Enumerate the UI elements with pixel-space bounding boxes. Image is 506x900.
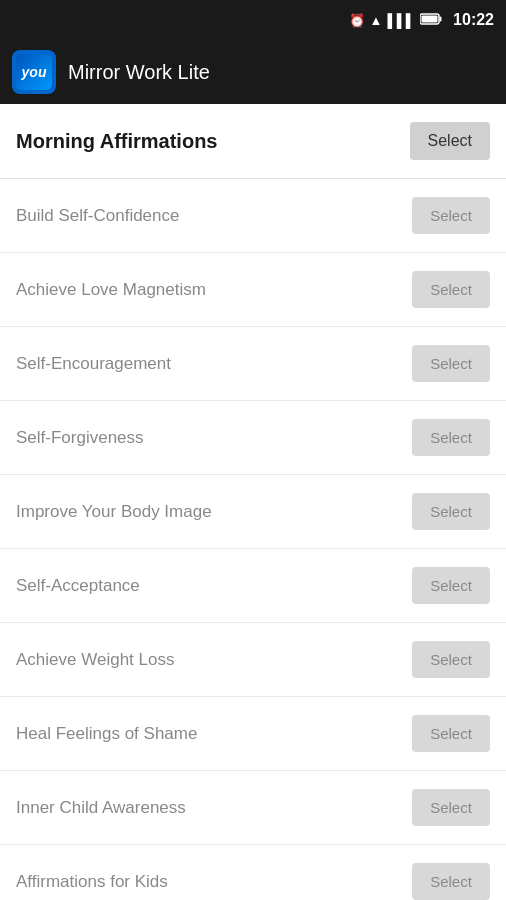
item-label-3: Self-Encouragement: [16, 354, 412, 374]
list-item: Affirmations for KidsSelect: [0, 845, 506, 900]
list-item: Self-EncouragementSelect: [0, 327, 506, 401]
list-item: Self-ForgivenessSelect: [0, 401, 506, 475]
select-button-6[interactable]: Select: [412, 567, 490, 604]
select-button-8[interactable]: Select: [412, 715, 490, 752]
item-label-5: Improve Your Body Image: [16, 502, 412, 522]
status-time: 10:22: [453, 11, 494, 29]
item-label-1: Build Self-Confidence: [16, 206, 412, 226]
svg-rect-2: [422, 15, 438, 22]
wifi-icon: ▲: [370, 13, 383, 28]
section-header: Morning Affirmations Select: [0, 104, 506, 179]
item-label-6: Self-Acceptance: [16, 576, 412, 596]
app-title: Mirror Work Lite: [68, 61, 210, 84]
list-item: Achieve Love MagnetismSelect: [0, 253, 506, 327]
list-item: Inner Child AwarenessSelect: [0, 771, 506, 845]
app-icon-inner: you: [16, 54, 52, 90]
list-item: Self-AcceptanceSelect: [0, 549, 506, 623]
section-title: Morning Affirmations: [16, 130, 217, 153]
signal-icon: ▌▌▌: [387, 13, 415, 28]
item-label-7: Achieve Weight Loss: [16, 650, 412, 670]
select-button-3[interactable]: Select: [412, 345, 490, 382]
app-bar: you Mirror Work Lite: [0, 40, 506, 104]
alarm-icon: ⏰: [349, 13, 365, 28]
status-icons: ⏰ ▲ ▌▌▌ 10:22: [349, 11, 494, 29]
list-item: Build Self-ConfidenceSelect: [0, 179, 506, 253]
select-button-10[interactable]: Select: [412, 863, 490, 900]
item-label-9: Inner Child Awareness: [16, 798, 412, 818]
status-bar: ⏰ ▲ ▌▌▌ 10:22: [0, 0, 506, 40]
select-button-7[interactable]: Select: [412, 641, 490, 678]
list-item: Heal Feelings of ShameSelect: [0, 697, 506, 771]
battery-icon: [420, 13, 442, 28]
item-label-4: Self-Forgiveness: [16, 428, 412, 448]
item-label-8: Heal Feelings of Shame: [16, 724, 412, 744]
app-icon: you: [12, 50, 56, 94]
select-button-4[interactable]: Select: [412, 419, 490, 456]
list-item: Achieve Weight LossSelect: [0, 623, 506, 697]
select-button-5[interactable]: Select: [412, 493, 490, 530]
select-button-2[interactable]: Select: [412, 271, 490, 308]
item-label-10: Affirmations for Kids: [16, 872, 412, 892]
select-button-1[interactable]: Select: [412, 197, 490, 234]
svg-rect-1: [440, 16, 442, 21]
section-select-button[interactable]: Select: [410, 122, 490, 160]
item-label-2: Achieve Love Magnetism: [16, 280, 412, 300]
select-button-9[interactable]: Select: [412, 789, 490, 826]
main-content: Morning Affirmations Select Build Self-C…: [0, 104, 506, 900]
app-icon-text: you: [22, 64, 47, 80]
list-item: Improve Your Body ImageSelect: [0, 475, 506, 549]
list-container: Build Self-ConfidenceSelectAchieve Love …: [0, 179, 506, 900]
